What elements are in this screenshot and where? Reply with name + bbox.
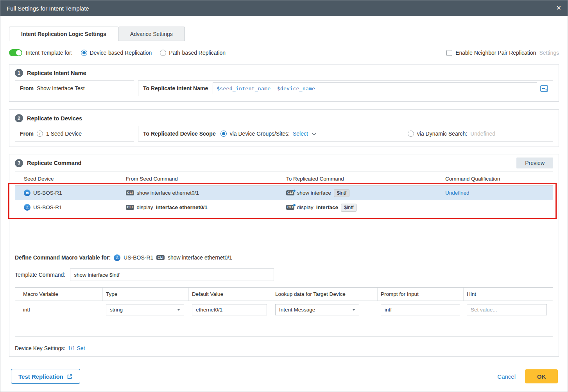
col-header-hint: Hint (464, 288, 553, 301)
template-for-label: Intent Template for: (26, 50, 73, 56)
from-seed-command-prefix: display (137, 204, 153, 210)
col-header-seed-device: Seed Device (15, 176, 123, 182)
chevron-down-icon (312, 131, 316, 137)
from-seed-command: show interface ethernet0/1 (137, 190, 199, 196)
command-table-empty-area (15, 215, 553, 246)
col-header-default-value: Default Value (189, 288, 272, 301)
lookup-select-value: Intent Message (279, 307, 315, 313)
template-for-row: Intent Template for: Device-based Replic… (9, 48, 559, 58)
col-header-to-replicated-command: To Replicated Command (283, 176, 441, 182)
radio-device-based-replication[interactable]: Device-based Replication (81, 50, 152, 56)
default-value-input[interactable] (192, 304, 267, 315)
cli-badge: CLI (286, 190, 294, 195)
full-settings-dialog: Full Settings for Intent Template ✕ Inte… (0, 0, 568, 392)
seed-device-count: 1 Seed Device (46, 131, 82, 137)
intent-name-from-box: From Show Interface Test (15, 81, 134, 96)
neighbor-pair-label: Enable Neighbor Pair Replication (455, 50, 536, 56)
device-key-set-link[interactable]: 1/1 Set (68, 345, 85, 351)
prompt-for-input-field[interactable] (381, 304, 460, 315)
intent-name-to-box: To Replicate Intent Name (138, 81, 553, 96)
section-title: Replicate Command (27, 160, 81, 166)
section-number-badge: 1 (15, 69, 23, 77)
section-title: Replicate to Devices (27, 115, 82, 122)
radio-via-device-groups[interactable] (220, 131, 227, 137)
device-name: US-BOS-R1 (33, 204, 62, 210)
neighbor-settings-link[interactable]: Settings (539, 50, 559, 56)
radio-via-dynamic-search[interactable] (408, 131, 414, 137)
define-macro-row: Define Command Macro Variable for: US-BO… (15, 253, 553, 262)
macro-variable-chip[interactable]: $intf (341, 204, 357, 211)
table-row[interactable]: US-BOS-R1 CLI show interface ethernet0/1… (15, 186, 553, 200)
col-header-command-qualification: Command Qualification (441, 176, 553, 182)
section-replicate-to-devices: 2 Replicate to Devices From i 1 Seed Dev… (9, 109, 559, 147)
to-replicated-command: show interface (297, 190, 331, 196)
command-qualification-link[interactable]: Undefined (445, 190, 469, 196)
dialog-title: Full Settings for Intent Template (7, 5, 89, 12)
macro-device-name: US-BOS-R1 (124, 254, 153, 261)
col-header-from-seed-command: From Seed Command (123, 176, 283, 182)
intent-template-toggle[interactable] (9, 49, 22, 56)
tab-bar: Intent Replication Logic Settings Advanc… (9, 27, 559, 41)
test-replication-button[interactable]: Test Replication (11, 369, 80, 384)
lookup-data-select[interactable]: Intent Message (275, 304, 359, 315)
dynamic-search-value: Undefined (470, 131, 495, 137)
dialog-titlebar: Full Settings for Intent Template ✕ (0, 0, 568, 16)
tab-advance-settings[interactable]: Advance Settings (118, 27, 185, 41)
to-replicated-command-emphasis: interface (316, 204, 338, 210)
hint-input[interactable] (467, 304, 547, 315)
insert-variable-icon[interactable] (540, 85, 548, 92)
template-command-row: Template Command: (15, 268, 553, 281)
enable-neighbor-pair-checkbox[interactable] (446, 50, 452, 56)
macro-table-header: Macro Variable Type Default Value Lookup… (15, 288, 553, 301)
section-number-badge: 3 (15, 159, 23, 167)
ok-button[interactable]: OK (525, 369, 558, 383)
device-icon (24, 204, 30, 211)
template-command-label: Template Command: (15, 272, 65, 278)
from-label: From (20, 131, 34, 137)
command-table-header: Seed Device From Seed Command To Replica… (15, 172, 553, 186)
neighbor-pair-group: Enable Neighbor Pair Replication Setting… (446, 50, 559, 56)
cli-badge: CLI (126, 190, 134, 195)
preview-button[interactable]: Preview (516, 158, 553, 168)
table-row[interactable]: US-BOS-R1 CLI display interface ethernet… (15, 200, 553, 215)
type-select[interactable]: string (106, 304, 184, 315)
cli-badge: CLI (286, 205, 294, 210)
replicate-intent-name-input[interactable] (213, 82, 537, 94)
device-scope-label: To Replicated Device Scope (143, 131, 216, 137)
type-select-value: string (110, 307, 123, 313)
to-replicate-intent-name-label: To Replicate Intent Name (143, 85, 208, 91)
cli-badge: CLI (126, 205, 134, 210)
cli-badge: CLI (156, 255, 165, 260)
from-label: From (20, 85, 34, 91)
device-icon (114, 254, 120, 261)
col-header-macro-variable: Macro Variable (15, 288, 103, 301)
radio-icon (81, 50, 87, 56)
macro-variable-chip[interactable]: $intf (334, 189, 350, 197)
section-number-badge: 2 (15, 114, 23, 122)
radio-path-based-replication[interactable]: Path-based Replication (160, 50, 226, 56)
info-icon[interactable]: i (37, 131, 43, 137)
dialog-footer: Test Replication Cancel OK (0, 369, 568, 384)
device-icon (24, 190, 30, 196)
define-macro-label: Define Command Macro Variable for: (15, 254, 111, 261)
macro-variable-table: Macro Variable Type Default Value Lookup… (15, 287, 553, 337)
tab-intent-replication-logic-settings[interactable]: Intent Replication Logic Settings (9, 27, 118, 41)
device-scope-box: To Replicated Device Scope via Device Gr… (138, 126, 553, 141)
close-icon[interactable]: ✕ (556, 5, 561, 11)
device-key-settings-row: Device Key Settings: 1/1 Set (15, 344, 553, 356)
macro-variable-row: intf string Intent Message (15, 301, 553, 319)
footer-divider (0, 363, 568, 363)
via-dynamic-search-label: via Dynamic Search: (417, 131, 467, 137)
section-title: Replicate Intent Name (27, 70, 86, 76)
template-command-input[interactable] (70, 268, 274, 281)
col-header-prompt-for-input: Prompt for Input (378, 288, 464, 301)
select-device-groups-link[interactable]: Select (293, 131, 308, 137)
seed-intent-name: Show Interface Test (37, 85, 85, 91)
radio-label: Path-based Replication (169, 50, 226, 56)
section-replicate-command: 3 Replicate Command Preview Seed Device … (9, 154, 559, 357)
chevron-down-icon (177, 309, 180, 311)
macro-table-empty-area (15, 319, 553, 337)
cancel-button[interactable]: Cancel (497, 373, 516, 380)
replicate-command-table: Seed Device From Seed Command To Replica… (15, 172, 553, 246)
external-link-icon (67, 374, 73, 379)
